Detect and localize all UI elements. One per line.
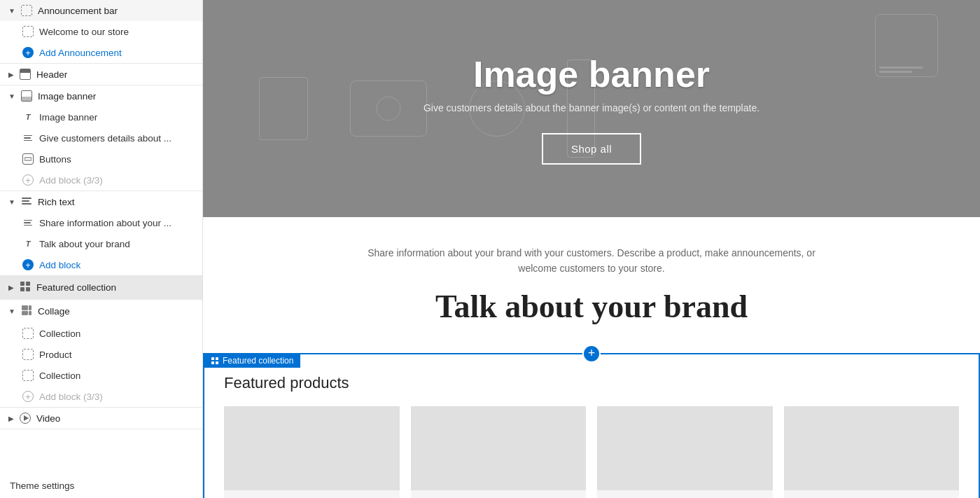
buttons-icon bbox=[22, 153, 34, 165]
badge-icon bbox=[211, 357, 219, 365]
banner-subtitle: Give customers details about the banner … bbox=[424, 102, 760, 113]
lines-icon bbox=[22, 132, 34, 144]
product-image bbox=[411, 406, 587, 490]
product-title: Example product title bbox=[823, 490, 919, 498]
product-card[interactable]: Example product title bbox=[411, 406, 587, 498]
section-icon bbox=[21, 5, 32, 16]
svg-rect-7 bbox=[26, 287, 30, 291]
sidebar-item-collection-1[interactable]: Collection bbox=[0, 323, 202, 344]
svg-rect-3 bbox=[22, 203, 31, 205]
sidebar-item-video[interactable]: ▶ Video bbox=[0, 408, 202, 429]
sidebar-label: Product bbox=[39, 350, 72, 360]
sidebar-label: Add Announcement bbox=[39, 48, 122, 58]
play-icon bbox=[20, 413, 31, 424]
svg-rect-1 bbox=[22, 198, 31, 199]
sidebar-item-image-banner[interactable]: ▼ Image banner bbox=[0, 85, 202, 106]
rich-text-icon bbox=[21, 196, 32, 207]
sidebar-label: Collection bbox=[39, 328, 80, 339]
product-card[interactable]: Example product title bbox=[224, 406, 400, 498]
sidebar-item-rich-text[interactable]: ▼ Rich text bbox=[0, 191, 202, 212]
sidebar-label: Rich text bbox=[38, 197, 75, 207]
sidebar-label: Add block bbox=[39, 260, 80, 270]
text-icon: T bbox=[22, 111, 34, 123]
section-icon bbox=[22, 26, 34, 37]
banner-content: Image banner Give customers details abou… bbox=[424, 53, 760, 165]
sidebar-item-add-block-1[interactable]: + Add block (3/3) bbox=[0, 170, 202, 191]
sidebar-label: Add block (3/3) bbox=[39, 175, 103, 186]
sidebar: ▼ Announcement bar Welcome to our store … bbox=[0, 0, 203, 498]
sidebar-item-featured-collection[interactable]: ▶ Featured collection bbox=[0, 276, 202, 299]
shop-all-button[interactable]: Shop all bbox=[542, 133, 641, 165]
sidebar-item-give-customers[interactable]: Give customers details about ... bbox=[0, 127, 202, 148]
sidebar-item-image-banner-block[interactable]: T Image banner bbox=[0, 106, 202, 127]
header-icon bbox=[20, 69, 31, 80]
product-title: Example product title bbox=[637, 490, 733, 498]
sidebar-item-add-block-3[interactable]: + Add block (3/3) bbox=[0, 386, 202, 407]
product-image bbox=[784, 406, 960, 490]
sidebar-label: Video bbox=[36, 413, 60, 424]
chevron-right-icon: ▶ bbox=[8, 284, 14, 291]
section-icon bbox=[22, 328, 34, 339]
sidebar-item-collage[interactable]: ▼ Collage bbox=[0, 300, 202, 323]
sidebar-item-welcome[interactable]: Welcome to our store bbox=[0, 21, 202, 42]
sidebar-item-share-info[interactable]: Share information about your ... bbox=[0, 212, 202, 233]
chevron-down-icon: ▼ bbox=[8, 198, 15, 206]
sidebar-label: Featured collection bbox=[36, 282, 116, 293]
image-banner-icon bbox=[21, 90, 32, 102]
sidebar-section-rich-text: ▼ Rich text Share information about your… bbox=[0, 191, 202, 276]
sidebar-label: Image banner bbox=[38, 91, 96, 102]
sidebar-item-header[interactable]: ▶ Header bbox=[0, 64, 202, 85]
image-banner-section: Image banner Give customers details abou… bbox=[203, 0, 980, 217]
sidebar-label: Talk about your brand bbox=[39, 239, 130, 249]
sidebar-label: Collection bbox=[39, 371, 80, 381]
sidebar-item-collection-2[interactable]: Collection bbox=[0, 365, 202, 386]
product-title: Example product title bbox=[450, 490, 546, 498]
sidebar-section-featured-collection: ▶ Featured collection bbox=[0, 276, 202, 300]
plus-circle-icon: + bbox=[22, 47, 34, 58]
product-title: Example product title bbox=[264, 490, 360, 498]
svg-rect-6 bbox=[20, 287, 24, 291]
plus-gray-icon: + bbox=[22, 174, 34, 186]
chevron-right-icon: ▶ bbox=[8, 415, 14, 422]
sidebar-label: Share information about your ... bbox=[39, 218, 172, 228]
sidebar-label: Buttons bbox=[39, 154, 71, 165]
sidebar-label: Collage bbox=[38, 306, 70, 317]
add-section-button[interactable]: + bbox=[582, 345, 601, 363]
product-card[interactable]: Example product title bbox=[784, 406, 960, 498]
theme-settings[interactable]: Theme settings bbox=[0, 473, 202, 498]
sidebar-item-talk-brand[interactable]: T Talk about your brand bbox=[0, 233, 202, 254]
chevron-down-icon: ▼ bbox=[8, 307, 15, 315]
featured-collection-section: Featured products Example product title … bbox=[204, 354, 979, 498]
sidebar-section-announcement: ▼ Announcement bar Welcome to our store … bbox=[0, 0, 202, 64]
sidebar-label: Header bbox=[36, 69, 67, 80]
sidebar-section-video: ▶ Video bbox=[0, 408, 202, 429]
svg-rect-2 bbox=[22, 200, 29, 202]
lines-icon bbox=[22, 217, 34, 228]
sidebar-item-add-block-2[interactable]: + Add block bbox=[0, 254, 202, 275]
product-card[interactable]: Example product title bbox=[597, 406, 773, 498]
section-icon bbox=[22, 370, 34, 381]
sidebar-label: Welcome to our store bbox=[39, 27, 129, 37]
sidebar-item-buttons[interactable]: Buttons bbox=[0, 148, 202, 170]
svg-rect-14 bbox=[211, 361, 214, 364]
chevron-down-icon: ▼ bbox=[8, 92, 15, 100]
sidebar-section-image-banner: ▼ Image banner T Image banner Give custo… bbox=[0, 85, 202, 191]
sidebar-section-collage: ▼ Collage Collection Product Collection … bbox=[0, 300, 202, 408]
svg-rect-10 bbox=[22, 311, 28, 315]
section-icon bbox=[22, 349, 34, 360]
rich-text-section: Share information about your brand with … bbox=[203, 217, 980, 353]
sidebar-item-add-announcement[interactable]: + Add Announcement bbox=[0, 42, 202, 63]
sidebar-item-product-1[interactable]: Product bbox=[0, 344, 202, 365]
svg-rect-12 bbox=[211, 357, 214, 360]
sidebar-item-announcement-bar[interactable]: ▼ Announcement bar bbox=[0, 0, 202, 21]
sidebar-label: Add block (3/3) bbox=[39, 392, 103, 402]
rich-text-body: Share information about your brand with … bbox=[354, 245, 830, 277]
featured-collection-icon bbox=[20, 281, 31, 294]
product-image bbox=[224, 406, 400, 490]
plus-circle-icon: + bbox=[22, 259, 34, 270]
sidebar-label: Image banner bbox=[39, 112, 97, 123]
svg-rect-4 bbox=[20, 282, 24, 286]
featured-collection-badge: Featured collection bbox=[204, 354, 300, 368]
plus-gray-icon: + bbox=[22, 391, 34, 402]
badge-label: Featured collection bbox=[223, 356, 293, 366]
